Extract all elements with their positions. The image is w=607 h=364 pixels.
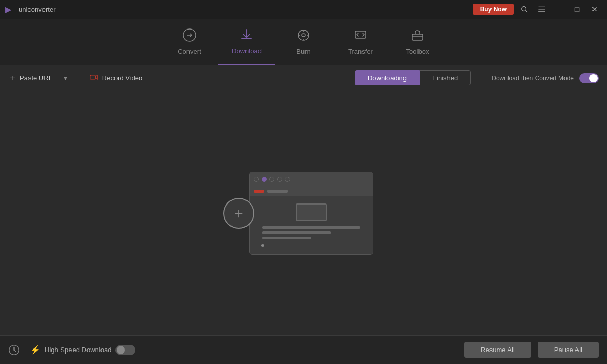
maximize-icon[interactable]: □ xyxy=(570,2,584,17)
footer-right: Resume All Pause All xyxy=(464,342,599,358)
convert-icon xyxy=(182,28,197,45)
content-line-1 xyxy=(262,226,360,229)
paste-url-label: Paste URL xyxy=(20,74,52,82)
thumbnail-placeholder xyxy=(296,203,327,222)
search-icon[interactable] xyxy=(517,2,531,17)
browser-dot-4 xyxy=(277,177,282,182)
browser-titlebar xyxy=(250,172,373,186)
content-line-3 xyxy=(262,237,311,239)
app-logo-icon: ▶ xyxy=(5,5,15,14)
high-speed-toggle[interactable] xyxy=(115,345,135,355)
high-speed-label: High Speed Download xyxy=(45,346,111,354)
svg-rect-2 xyxy=(538,7,545,7)
titlebar-left: ▶ uniconverter xyxy=(5,5,56,14)
nav-item-download[interactable]: Download xyxy=(218,19,275,65)
nav-label-burn: Burn xyxy=(296,48,310,55)
paste-url-dropdown-icon[interactable]: ▼ xyxy=(63,75,68,81)
close-icon[interactable]: ✕ xyxy=(587,2,602,17)
tab-downloading[interactable]: Downloading xyxy=(355,70,420,85)
navbar: Convert Download Burn Transfer Toolbox xyxy=(0,19,607,65)
minimize-icon[interactable]: — xyxy=(552,2,567,17)
titlebar-right: Buy Now — □ ✕ xyxy=(473,2,602,17)
main-content: ＋ xyxy=(0,91,607,335)
content-lines xyxy=(257,226,366,239)
address-bar-indicator xyxy=(254,190,264,193)
browser-dot-3 xyxy=(269,177,274,182)
svg-point-0 xyxy=(522,7,526,11)
nav-item-transfer[interactable]: Transfer xyxy=(332,19,389,65)
menu-icon[interactable] xyxy=(534,2,549,17)
download-icon xyxy=(239,27,254,44)
paste-url-button[interactable]: ＋ Paste URL xyxy=(8,72,52,83)
plus-icon: ＋ xyxy=(8,72,17,83)
empty-state: ＋ xyxy=(234,172,373,255)
add-button[interactable]: ＋ xyxy=(223,198,254,229)
record-video-label: Record Video xyxy=(102,74,143,82)
nav-item-toolbox[interactable]: Toolbox xyxy=(389,19,446,65)
tab-finished[interactable]: Finished xyxy=(420,70,471,85)
browser-illustration xyxy=(249,172,373,255)
pause-all-button[interactable]: Pause All xyxy=(538,342,599,358)
browser-dot-1 xyxy=(254,177,259,182)
nav-label-convert: Convert xyxy=(178,48,201,55)
svg-line-1 xyxy=(526,11,528,13)
resume-all-button[interactable]: Resume All xyxy=(464,342,531,358)
svg-rect-13 xyxy=(412,34,423,40)
address-bar-text xyxy=(267,190,288,193)
footer: ⚡ High Speed Download Resume All Pause A… xyxy=(0,335,607,364)
browser-dot-5 xyxy=(285,177,290,182)
svg-rect-15 xyxy=(90,75,95,79)
mode-section: Download then Convert Mode xyxy=(492,73,599,83)
schedule-icon[interactable] xyxy=(8,344,20,356)
content-line-2 xyxy=(262,231,331,234)
transfer-icon xyxy=(353,28,368,45)
toolbox-icon xyxy=(410,28,425,45)
add-icon: ＋ xyxy=(232,203,246,223)
record-icon xyxy=(90,74,98,82)
burn-icon xyxy=(296,28,311,45)
nav-item-convert[interactable]: Convert xyxy=(161,19,218,65)
high-speed-section: ⚡ High Speed Download xyxy=(30,345,135,355)
svg-rect-3 xyxy=(538,9,545,9)
browser-body xyxy=(250,196,373,254)
app-name: uniconverter xyxy=(19,6,56,13)
nav-label-download: Download xyxy=(232,47,262,55)
buy-now-button[interactable]: Buy Now xyxy=(473,4,514,15)
lightning-icon: ⚡ xyxy=(30,345,40,355)
mode-label: Download then Convert Mode xyxy=(492,75,574,82)
small-indicator xyxy=(261,244,264,246)
mode-toggle[interactable] xyxy=(579,73,599,83)
titlebar: ▶ uniconverter Buy Now — □ ✕ xyxy=(0,0,607,19)
browser-address-bar xyxy=(250,186,373,196)
nav-label-transfer: Transfer xyxy=(348,48,373,55)
svg-point-7 xyxy=(302,34,305,37)
nav-item-burn[interactable]: Burn xyxy=(275,19,332,65)
svg-rect-4 xyxy=(538,11,545,12)
footer-left: ⚡ High Speed Download xyxy=(8,344,135,356)
tabs-area: Downloading Finished xyxy=(355,70,471,85)
nav-label-toolbox: Toolbox xyxy=(406,48,429,55)
toolbar-divider xyxy=(79,72,79,84)
browser-dot-2 xyxy=(262,177,267,182)
toolbar: ＋ Paste URL ▼ Record Video Downloading F… xyxy=(0,65,607,91)
record-video-button[interactable]: Record Video xyxy=(90,74,143,82)
